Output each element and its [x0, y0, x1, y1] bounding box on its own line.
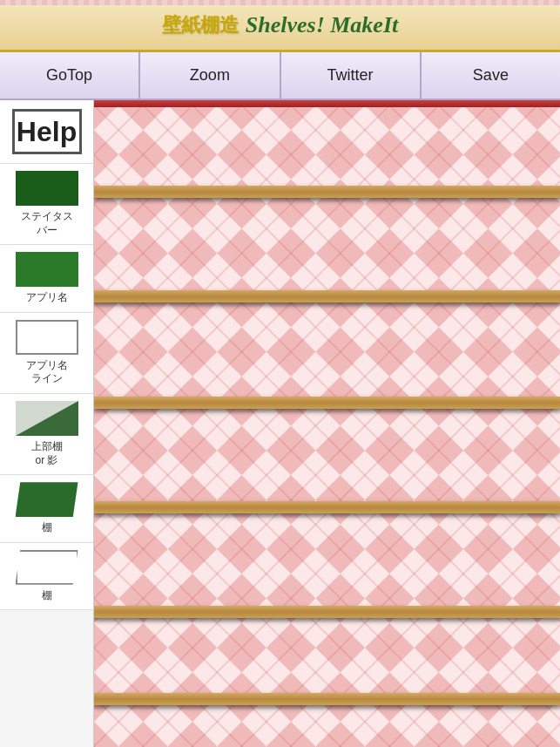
app-name-line-swatch [16, 320, 78, 355]
shelf2-label: 棚 [42, 589, 52, 603]
toolbar: GoTop Zoom Twitter Save [0, 52, 560, 100]
shelf1-label: 棚 [42, 521, 52, 535]
plaid-background [94, 100, 560, 747]
sidebar-item-status-bar[interactable]: ステイタス バー [0, 164, 93, 245]
zoom-button[interactable]: Zoom [139, 52, 280, 98]
twitter-button[interactable]: Twitter [280, 52, 421, 98]
sidebar-item-app-name[interactable]: アプリ名 [0, 245, 93, 313]
top-shelf-shadow-label: 上部棚 or 影 [31, 440, 63, 467]
save-button[interactable]: Save [421, 52, 560, 98]
status-bar-label: ステイタス バー [21, 210, 73, 237]
shelf1-swatch [16, 482, 78, 517]
sidebar-item-app-name-line[interactable]: アプリ名 ライン [0, 313, 93, 394]
plaid-svg [94, 100, 560, 747]
app-name-label: アプリ名 [26, 291, 68, 305]
sidebar-item-shelf2[interactable]: 棚 [0, 543, 93, 611]
title-japanese: 壁紙棚造 [162, 12, 239, 38]
main-content: Help ステイタス バー アプリ名 アプリ名 ライン 上部棚 or 影 [0, 100, 560, 747]
app-name-swatch [16, 252, 78, 287]
sidebar-item-top-shelf-shadow[interactable]: 上部棚 or 影 [0, 394, 93, 475]
title-english: Shelves! MakeIt [246, 12, 399, 38]
shelf2-swatch [16, 550, 78, 585]
svg-rect-8 [94, 100, 560, 747]
title-bar: 壁紙棚造 Shelves! MakeIt [0, 0, 560, 52]
help-box: Help [12, 109, 82, 154]
preview-area[interactable] [94, 100, 560, 747]
help-label: Help [17, 116, 77, 148]
status-bar-swatch [16, 171, 78, 206]
sidebar-item-help[interactable]: Help [0, 100, 93, 164]
gotop-button[interactable]: GoTop [0, 52, 139, 98]
app-name-line-label: アプリ名 ライン [26, 359, 68, 386]
sidebar: Help ステイタス バー アプリ名 アプリ名 ライン 上部棚 or 影 [0, 100, 94, 747]
top-shelf-shadow-swatch [16, 401, 78, 436]
sidebar-item-shelf1[interactable]: 棚 [0, 475, 93, 543]
